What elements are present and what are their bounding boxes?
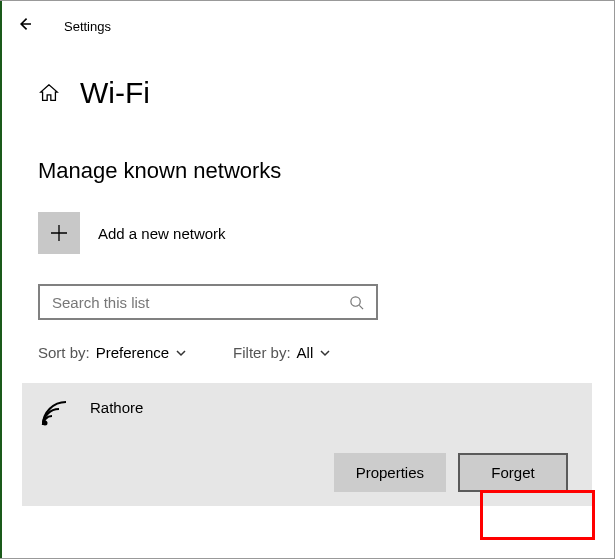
home-icon — [38, 82, 60, 104]
plus-icon — [38, 212, 80, 254]
page-title-row: Wi-Fi — [0, 38, 615, 110]
search-placeholder: Search this list — [52, 294, 150, 311]
wifi-icon — [40, 399, 72, 427]
svg-point-0 — [351, 296, 360, 305]
filter-value: All — [297, 344, 314, 361]
add-network-label: Add a new network — [98, 225, 226, 242]
back-button[interactable] — [16, 14, 36, 38]
app-title: Settings — [64, 19, 111, 34]
search-input[interactable]: Search this list — [38, 284, 378, 320]
network-name: Rathore — [90, 399, 143, 416]
chevron-down-icon — [319, 347, 331, 359]
sort-value: Preference — [96, 344, 169, 361]
filter-label: Filter by: — [233, 344, 291, 361]
svg-point-1 — [43, 421, 48, 426]
network-item[interactable]: Rathore Properties Forget — [22, 383, 592, 506]
section-title: Manage known networks — [0, 110, 615, 184]
filter-row: Sort by: Preference Filter by: All — [0, 320, 615, 361]
properties-button[interactable]: Properties — [334, 453, 446, 492]
arrow-left-icon — [16, 14, 36, 34]
header: Settings — [0, 0, 615, 38]
add-network-button[interactable]: Add a new network — [0, 184, 615, 254]
chevron-down-icon — [175, 347, 187, 359]
search-icon — [349, 295, 364, 310]
forget-button[interactable]: Forget — [458, 453, 568, 492]
page-title: Wi-Fi — [80, 76, 150, 110]
filter-by-dropdown[interactable]: Filter by: All — [233, 344, 331, 361]
sort-label: Sort by: — [38, 344, 90, 361]
sort-by-dropdown[interactable]: Sort by: Preference — [38, 344, 187, 361]
